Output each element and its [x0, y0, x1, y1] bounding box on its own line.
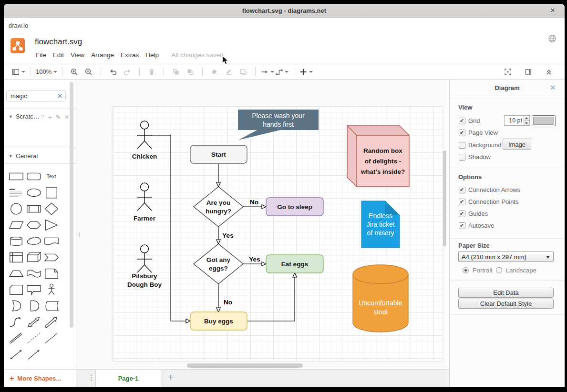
shape-triangle[interactable] — [42, 217, 60, 233]
shape-cylinder[interactable] — [7, 233, 25, 249]
sidebar-splitter-handle[interactable] — [78, 232, 80, 237]
grid-size-input[interactable] — [504, 115, 524, 126]
window-close-button[interactable]: × — [547, 5, 558, 16]
redo-button[interactable] — [120, 65, 134, 79]
format-panel-close-icon[interactable]: ✕ — [550, 84, 556, 91]
add-page-icon[interactable]: + — [168, 372, 174, 383]
shape-step[interactable] — [42, 249, 60, 265]
edit-data-button[interactable]: Edit Data — [458, 288, 554, 298]
delete-button[interactable] — [144, 65, 159, 79]
node-farmer[interactable]: Farmer — [134, 183, 156, 222]
autosave-checkbox[interactable] — [459, 222, 465, 229]
menu-arrange[interactable]: Arrange — [91, 51, 114, 59]
to-front-button[interactable] — [169, 65, 183, 79]
node-box[interactable]: Random boxof delights -what's inside? — [347, 126, 409, 187]
node-eat[interactable]: Eat eggs — [266, 255, 323, 273]
node-note[interactable]: EndlessJira ticketof misery — [361, 201, 400, 248]
edge-hungry-to-sleep[interactable]: No — [243, 199, 266, 209]
clear-default-style-button[interactable]: Clear Default Style — [458, 299, 554, 309]
guides-checkbox[interactable] — [459, 211, 465, 217]
shape-callout[interactable] — [25, 281, 42, 298]
drawing-canvas[interactable]: NoYesYesNoChickenFarmerPilsburyDough Boy… — [76, 80, 449, 387]
menu-edit[interactable]: Edit — [53, 51, 64, 59]
shape-and[interactable] — [25, 298, 42, 314]
general-section-header[interactable]: ▼ General — [9, 152, 38, 160]
node-bubble[interactable]: Please wash yourhands first — [238, 110, 319, 140]
shape-square[interactable] — [42, 184, 60, 201]
shape-process[interactable] — [25, 201, 42, 217]
canvas-vscrollbar-thumb[interactable] — [443, 151, 446, 246]
menu-file[interactable]: File — [36, 51, 46, 59]
scratchpad-help-icon[interactable]: ? — [41, 114, 44, 121]
page-tab[interactable]: Page-1 — [95, 370, 161, 387]
titlebar[interactable]: flowchart.svg - diagrams.net × — [4, 4, 565, 18]
connection-arrows-checkbox[interactable] — [459, 187, 465, 193]
zoom-dropdown[interactable]: 100% — [36, 65, 57, 79]
shape-actor[interactable] — [42, 281, 60, 298]
shape-link[interactable] — [7, 330, 25, 346]
clear-search-icon[interactable]: ✕ — [57, 92, 62, 100]
shape-curve[interactable] — [7, 314, 25, 330]
fill-color-button[interactable] — [207, 65, 222, 79]
insert-button[interactable] — [299, 65, 313, 79]
pages-menu-icon[interactable]: ⋮ — [88, 373, 95, 382]
shape-text[interactable]: Text — [42, 168, 60, 184]
shape-cloud[interactable] — [25, 233, 42, 249]
node-buy[interactable]: Buy eggs — [190, 312, 247, 330]
node-chicken[interactable]: Chicken — [132, 121, 157, 160]
shape-line[interactable] — [42, 330, 60, 346]
shape-parallelogram[interactable] — [7, 217, 25, 233]
portrait-radio[interactable] — [463, 267, 469, 273]
shape-internal-storage[interactable] — [7, 249, 25, 265]
shape-bidirectional-connector[interactable] — [7, 346, 25, 362]
shape-rounded-rectangle[interactable] — [25, 168, 42, 184]
scratchpad-add-icon[interactable]: + — [48, 113, 52, 121]
node-start[interactable]: Start — [190, 145, 247, 163]
node-hungry[interactable]: Are youhungry? — [194, 187, 243, 227]
shape-search-input[interactable] — [10, 92, 56, 100]
shape-cube[interactable] — [25, 249, 42, 265]
shape-note[interactable] — [42, 265, 60, 281]
edge-chicken-to-buy[interactable] — [152, 135, 190, 323]
shape-card[interactable] — [7, 281, 25, 298]
menu-view[interactable]: View — [71, 51, 84, 59]
shape-document[interactable] — [42, 233, 60, 249]
grid-checkbox[interactable] — [459, 118, 465, 124]
background-checkbox[interactable] — [459, 142, 465, 149]
shape-search-box[interactable]: ✕ — [6, 90, 66, 101]
sidebar-scrollbar[interactable] — [70, 82, 73, 328]
to-back-button[interactable] — [183, 65, 197, 79]
shape-heading[interactable] — [7, 184, 25, 201]
shape-ellipse[interactable] — [25, 184, 42, 201]
node-eggs[interactable]: Got anyeggs? — [194, 244, 243, 284]
shape-circle[interactable] — [7, 201, 25, 217]
shape-directional-connector[interactable] — [25, 346, 42, 362]
landscape-radio[interactable] — [496, 267, 502, 273]
more-shapes-button[interactable]: + More Shapes... — [4, 369, 76, 387]
shape-hexagon[interactable] — [25, 217, 42, 233]
page-view-checkbox[interactable] — [459, 130, 465, 136]
shape-diamond[interactable] — [42, 201, 60, 217]
grid-color-swatch[interactable] — [532, 115, 556, 126]
zoom-out-button[interactable] — [82, 65, 96, 79]
grid-size-spinner[interactable] — [524, 115, 530, 126]
scratchpad-edit-icon[interactable]: ✎ — [56, 114, 61, 121]
edge-eggs-to-buy[interactable]: No — [216, 284, 232, 312]
shape-or[interactable] — [7, 298, 25, 314]
canvas-hscrollbar-thumb[interactable] — [187, 363, 303, 368]
shadow-button[interactable] — [236, 65, 250, 79]
waypoints-button[interactable] — [275, 65, 289, 79]
format-panel-button[interactable] — [521, 65, 536, 79]
node-pilsbury[interactable]: PilsburyDough Boy — [127, 245, 162, 288]
scratchpad-section-header[interactable]: ▼ Scratc… — [9, 113, 40, 120]
menu-extras[interactable]: Extras — [121, 51, 139, 59]
line-color-button[interactable] — [222, 65, 236, 79]
paper-size-select[interactable]: A4 (210 mm x 297 mm) — [458, 251, 554, 262]
shape-data-storage[interactable] — [42, 298, 60, 314]
diagram-tab[interactable]: Diagram — [495, 84, 519, 91]
edge-start-to-hungry[interactable] — [216, 164, 220, 187]
shape-bidirectional-arrow[interactable] — [25, 314, 42, 330]
undo-button[interactable] — [106, 65, 120, 79]
shadow-checkbox[interactable] — [459, 154, 465, 161]
view-button[interactable] — [11, 65, 26, 79]
